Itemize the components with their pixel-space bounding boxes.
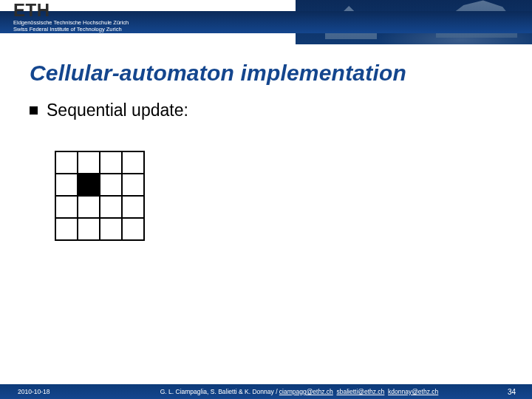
bullet-item: Sequential update:	[30, 100, 188, 120]
grid-cell	[100, 151, 122, 174]
footer-credits: G. L. Ciampaglia, S. Balietti & K. Donna…	[111, 388, 488, 395]
footer-email-1[interactable]: ciampagg@ethz.ch	[279, 388, 333, 395]
grid-cell	[55, 174, 78, 196]
grid-cell	[122, 151, 144, 174]
grid-cell	[122, 174, 144, 196]
grid-cell	[122, 218, 144, 240]
eth-logo-subtitle: Eidgenössische Technische Hochschule Zür…	[13, 19, 129, 33]
automaton-grid	[55, 151, 145, 241]
slide-title: Cellular-automaton implementation	[30, 61, 406, 86]
grid-cell	[122, 196, 144, 218]
footer-authors: G. L. Ciampaglia, S. Balietti & K. Donna…	[160, 388, 279, 395]
grid-cell	[55, 151, 78, 174]
eth-logo: ETH	[13, 1, 50, 21]
grid-table	[55, 151, 145, 241]
footer-email-2[interactable]: sbalietti@ethz.ch	[336, 388, 384, 395]
eth-sub-line2: Swiss Federal Institute of Technology Zu…	[13, 26, 122, 33]
slide-footer: 2010-10-18 G. L. Ciampaglia, S. Balietti…	[0, 384, 532, 399]
grid-cell	[78, 218, 100, 240]
grid-cell	[100, 218, 122, 240]
footer-date: 2010-10-18	[0, 388, 111, 395]
grid-cell	[55, 196, 78, 218]
eth-sub-line1: Eidgenössische Technische Hochschule Zür…	[13, 19, 129, 26]
eth-logo-text: ETH	[13, 0, 50, 21]
grid-cell	[55, 218, 78, 240]
slide: ETH Eidgenössische Technische Hochschule…	[0, 0, 532, 399]
grid-cell	[78, 196, 100, 218]
grid-cell	[100, 174, 122, 196]
grid-cell	[78, 174, 100, 196]
footer-email-3[interactable]: kdonnay@ethz.ch	[388, 388, 438, 395]
slide-header: ETH Eidgenössische Technische Hochschule…	[0, 0, 532, 44]
bullet-square-icon	[30, 106, 38, 115]
bullet-text: Sequential update:	[47, 100, 188, 120]
grid-cell	[78, 151, 100, 174]
grid-cell	[100, 196, 122, 218]
footer-page-number: 34	[488, 388, 532, 396]
